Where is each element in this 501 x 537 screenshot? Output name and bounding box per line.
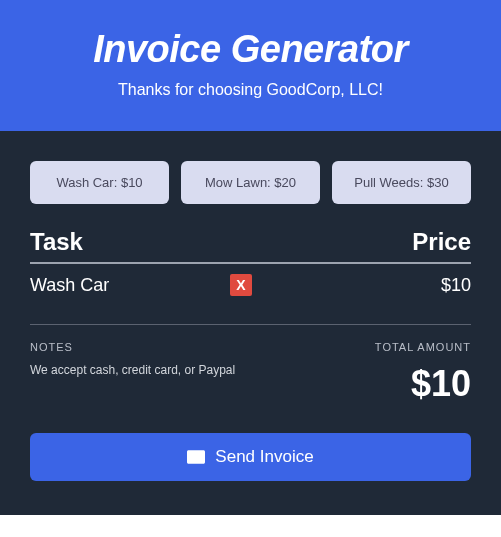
table-row: Wash Car X $10	[30, 264, 471, 310]
page-title: Invoice Generator	[20, 28, 481, 71]
notes-text: We accept cash, credit card, or Paypal	[30, 363, 235, 377]
task-column-header: Task	[30, 228, 83, 256]
send-invoice-label: Send Invoice	[215, 447, 313, 467]
remove-line-item-button[interactable]: X	[230, 274, 252, 296]
total-amount: $10	[375, 363, 471, 405]
service-wash-car-button[interactable]: Wash Car: $10	[30, 161, 169, 204]
service-buttons: Wash Car: $10 Mow Lawn: $20 Pull Weeds: …	[30, 161, 471, 204]
notes-block: NOTES We accept cash, credit card, or Pa…	[30, 341, 235, 405]
page-subtitle: Thanks for choosing GoodCorp, LLC!	[20, 81, 481, 99]
table-header: Task Price	[30, 228, 471, 264]
main: Wash Car: $10 Mow Lawn: $20 Pull Weeds: …	[0, 131, 501, 515]
service-pull-weeds-button[interactable]: Pull Weeds: $30	[332, 161, 471, 204]
service-mow-lawn-button[interactable]: Mow Lawn: $20	[181, 161, 320, 204]
divider	[30, 324, 471, 325]
line-item-price: $10	[441, 275, 471, 296]
totals-section: NOTES We accept cash, credit card, or Pa…	[30, 341, 471, 405]
total-label: TOTAL AMOUNT	[375, 341, 471, 353]
total-block: TOTAL AMOUNT $10	[375, 341, 471, 405]
notes-label: NOTES	[30, 341, 235, 353]
price-column-header: Price	[412, 228, 471, 256]
send-invoice-button[interactable]: Send Invoice	[30, 433, 471, 481]
header: Invoice Generator Thanks for choosing Go…	[0, 0, 501, 131]
envelope-icon	[187, 450, 205, 464]
line-item-task: Wash Car	[30, 275, 230, 296]
